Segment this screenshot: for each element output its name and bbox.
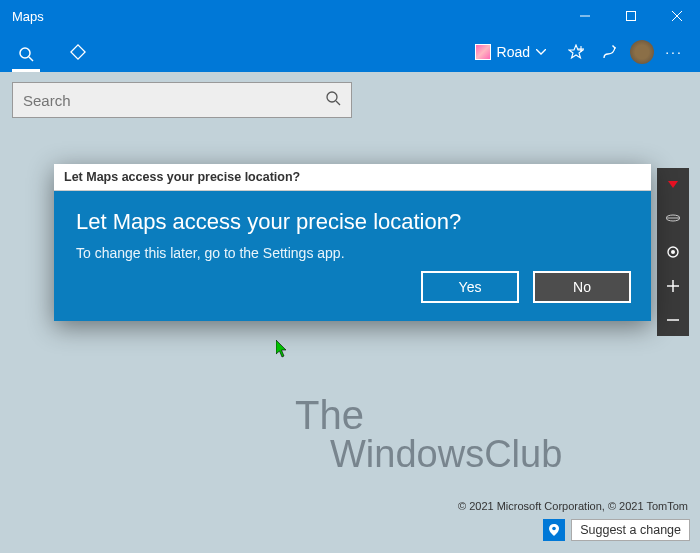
search-icon[interactable] <box>325 90 341 110</box>
watermark-line1: The <box>295 393 364 437</box>
suggest-pin-icon[interactable] <box>543 519 565 541</box>
svg-point-4 <box>20 48 30 58</box>
minimize-button[interactable] <box>562 0 608 32</box>
nav-left <box>12 38 92 66</box>
window-controls <box>562 0 700 32</box>
search-input[interactable] <box>23 92 325 109</box>
avatar[interactable] <box>630 40 654 64</box>
directions-icon[interactable] <box>64 38 92 66</box>
svg-point-17 <box>552 527 556 531</box>
search-tab-icon[interactable] <box>12 44 40 72</box>
title-bar: Maps <box>0 0 700 32</box>
svg-point-9 <box>327 92 337 102</box>
location-permission-dialog: Let Maps access your precise location? L… <box>54 164 651 321</box>
search-area <box>0 72 700 128</box>
dialog-buttons: Yes No <box>421 271 631 303</box>
dialog-title: Let Maps access your precise location? <box>54 164 651 191</box>
svg-rect-6 <box>71 45 85 59</box>
locate-me-icon[interactable] <box>663 242 683 262</box>
chevron-down-icon <box>536 49 546 55</box>
map-controls <box>657 168 689 336</box>
search-box[interactable] <box>12 82 352 118</box>
more-icon[interactable]: ··· <box>660 38 688 66</box>
dialog-heading: Let Maps access your precise location? <box>76 209 629 235</box>
tilt-icon[interactable] <box>663 208 683 228</box>
dialog-subtext: To change this later, go to the Settings… <box>76 245 629 261</box>
map-style-dropdown[interactable]: Road <box>475 44 546 60</box>
suggest-area: Suggest a change <box>543 519 690 541</box>
app-title: Maps <box>12 9 562 24</box>
suggest-change-button[interactable]: Suggest a change <box>571 519 690 541</box>
cursor-icon <box>276 340 290 362</box>
ink-icon[interactable] <box>596 38 624 66</box>
compass-icon[interactable] <box>663 174 683 194</box>
top-nav: Road ··· <box>0 32 700 72</box>
watermark: The WindowsClub <box>295 395 562 473</box>
svg-rect-1 <box>627 12 636 21</box>
road-style-icon <box>475 44 491 60</box>
copyright-text: © 2021 Microsoft Corporation, © 2021 Tom… <box>458 500 688 512</box>
yes-button[interactable]: Yes <box>421 271 519 303</box>
map-style-label: Road <box>497 44 530 60</box>
close-button[interactable] <box>654 0 700 32</box>
watermark-line2: WindowsClub <box>330 435 562 473</box>
svg-point-13 <box>671 250 675 254</box>
zoom-in-button[interactable] <box>663 276 683 296</box>
maximize-button[interactable] <box>608 0 654 32</box>
svg-line-5 <box>29 57 33 61</box>
dialog-body: Let Maps access your precise location? T… <box>54 191 651 321</box>
favorites-icon[interactable] <box>562 38 590 66</box>
zoom-out-button[interactable] <box>663 310 683 330</box>
svg-line-10 <box>336 101 340 105</box>
no-button[interactable]: No <box>533 271 631 303</box>
